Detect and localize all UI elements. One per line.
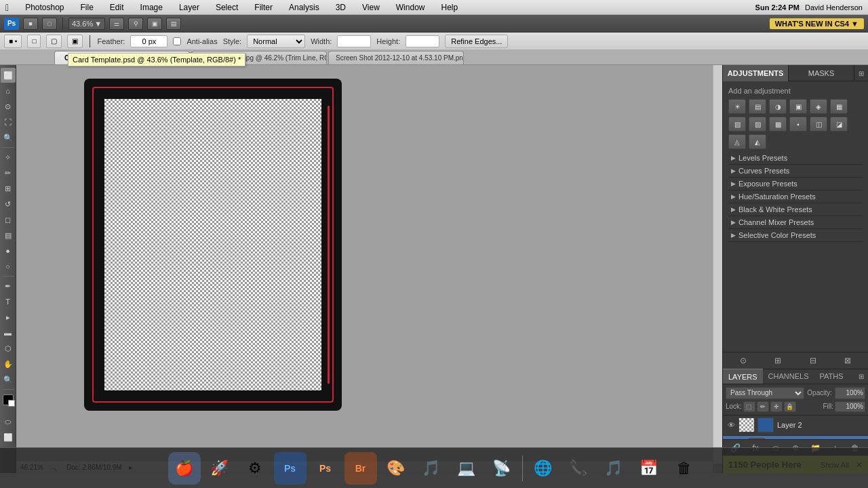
- menu-layer[interactable]: Layer: [176, 3, 202, 12]
- dock-ps-ext[interactable]: Ps: [309, 452, 342, 485]
- tool-text[interactable]: T: [1, 294, 16, 309]
- dock-photoshop2[interactable]: Ps: [274, 452, 307, 485]
- dock-calendar[interactable]: 📅: [633, 452, 665, 485]
- dock-bridge[interactable]: Br: [344, 452, 377, 485]
- adj-icon-curves[interactable]: ◑: [769, 99, 787, 114]
- foreground-color[interactable]: [3, 394, 14, 405]
- adj-action-1[interactable]: ⊙: [736, 354, 750, 367]
- adj-icon-gradient-map[interactable]: ◬: [728, 134, 746, 149]
- menu-window[interactable]: Window: [393, 3, 428, 12]
- tool-pen[interactable]: ✒: [1, 279, 16, 293]
- tool-crop[interactable]: ⛶: [1, 115, 16, 129]
- preset-exposure[interactable]: ▶ Exposure Presets: [728, 178, 863, 190]
- blend-mode-select[interactable]: Pass Through Normal Multiply: [726, 387, 804, 399]
- tool-eraser[interactable]: ◻: [1, 212, 16, 227]
- intersect-selection-btn[interactable]: ▣: [67, 35, 83, 48]
- menu-analysis[interactable]: Analysis: [286, 3, 322, 12]
- opacity-input[interactable]: [835, 387, 865, 399]
- menu-help[interactable]: Help: [438, 3, 460, 12]
- tool-path-select[interactable]: ▸: [1, 310, 16, 325]
- tab-paths[interactable]: PATHS: [814, 369, 849, 384]
- dock-trash[interactable]: 🗑: [668, 452, 701, 485]
- adj-icon-hue[interactable]: ▦: [830, 99, 848, 114]
- adj-icon-bw[interactable]: ▧: [728, 117, 746, 131]
- preset-bw[interactable]: ▶ Black & White Presets: [728, 203, 863, 216]
- menu-select[interactable]: Select: [213, 3, 241, 12]
- dock-launchpad[interactable]: 🚀: [203, 452, 236, 485]
- preset-channel[interactable]: ▶ Channel Mixer Presets: [728, 216, 863, 229]
- adj-icon-invert[interactable]: ▪: [789, 117, 807, 131]
- lock-position[interactable]: ✛: [770, 401, 783, 412]
- tool-marquee[interactable]: ⬜: [1, 68, 16, 83]
- adj-panel-menu-btn[interactable]: ⊞: [854, 65, 868, 81]
- tool-quick-select[interactable]: ⊙: [1, 99, 16, 114]
- add-selection-btn[interactable]: □: [27, 35, 41, 48]
- lock-transparent[interactable]: ⬚: [743, 401, 755, 412]
- tool-spot-heal[interactable]: ✧: [1, 150, 16, 165]
- adj-icon-channelmix[interactable]: ▩: [769, 117, 787, 131]
- lock-image[interactable]: ✏: [757, 401, 769, 412]
- width-input[interactable]: [337, 35, 371, 47]
- workspace-btn[interactable]: □: [42, 18, 57, 30]
- preset-levels[interactable]: ▶ Levels Presets: [728, 152, 863, 165]
- vertical-scrollbar[interactable]: [713, 65, 722, 464]
- dock-chrome[interactable]: 🌐: [527, 452, 559, 485]
- menu-photoshop[interactable]: Photoshop: [22, 3, 66, 12]
- anti-alias-checkbox[interactable]: [173, 37, 181, 45]
- adj-action-2[interactable]: ⊞: [771, 354, 785, 367]
- tool-blur[interactable]: ●: [1, 243, 16, 258]
- feather-input[interactable]: [130, 35, 167, 47]
- style-select[interactable]: Normal Fixed Ratio Fixed Size: [247, 35, 305, 48]
- adj-icon-selective-color[interactable]: ◭: [749, 134, 766, 149]
- tab-layers[interactable]: LAYERS: [723, 369, 763, 384]
- adj-icon-photofilter[interactable]: ▨: [749, 117, 766, 131]
- tab-adjustments[interactable]: ADJUSTMENTS: [723, 65, 789, 81]
- height-input[interactable]: [406, 35, 439, 47]
- hand-tool-btn[interactable]: ⚌: [109, 18, 124, 30]
- adj-icon-threshold[interactable]: ◪: [830, 117, 848, 131]
- dock-safari[interactable]: ⚙: [239, 452, 271, 485]
- adj-action-3[interactable]: ⊟: [806, 354, 820, 367]
- tab-3[interactable]: Screen Shot 2012-12-10 at 4.53.10 PM.png…: [328, 51, 464, 64]
- adj-icon-exposure[interactable]: ▣: [789, 99, 807, 114]
- subtract-selection-btn[interactable]: ▢: [46, 35, 62, 48]
- dock-terminal[interactable]: 💻: [450, 452, 483, 485]
- tool-dodge[interactable]: ○: [1, 259, 16, 274]
- tool-shape[interactable]: ▬: [1, 325, 16, 340]
- tool-eyedropper[interactable]: 🔍: [1, 130, 16, 145]
- lock-all[interactable]: 🔒: [784, 401, 796, 412]
- preset-curves[interactable]: ▶ Curves Presets: [728, 165, 863, 178]
- fill-input[interactable]: [835, 401, 865, 412]
- layer-item-layer2[interactable]: 👁 Layer 2: [723, 415, 868, 436]
- preset-hue[interactable]: ▶ Hue/Saturation Presets: [728, 190, 863, 203]
- tool-zoom[interactable]: 🔍: [1, 372, 16, 387]
- dock-finder[interactable]: 🍎: [168, 452, 201, 485]
- menu-filter[interactable]: Filter: [252, 3, 275, 12]
- extra-btn[interactable]: ▣: [147, 18, 162, 30]
- dock-colorsync[interactable]: 🎨: [380, 452, 412, 485]
- adj-icon-levels[interactable]: ▤: [749, 99, 766, 114]
- tab-channels[interactable]: CHANNELS: [763, 369, 814, 384]
- tool-3d[interactable]: ⬡: [1, 341, 16, 356]
- move-tool-btn[interactable]: ■: [23, 18, 38, 30]
- zoom-tool-btn[interactable]: ⚲: [128, 18, 143, 30]
- selection-mode-btn[interactable]: ■ ▪: [4, 35, 22, 48]
- menu-view[interactable]: View: [359, 3, 382, 12]
- tool-screen-mode[interactable]: ⬜: [1, 430, 16, 445]
- adj-icon-brightness[interactable]: ☀: [728, 99, 746, 114]
- canvas-area[interactable]: 46.21% 🔍 Doc: 2.86M/10.9M ▸: [16, 65, 722, 473]
- tool-mask[interactable]: ⬭: [1, 414, 16, 429]
- tool-brush[interactable]: ✏: [1, 165, 16, 180]
- refine-edges-btn[interactable]: Refine Edges...: [445, 35, 508, 48]
- dock-network[interactable]: 📡: [486, 452, 518, 485]
- preset-selective[interactable]: ▶ Selective Color Presets: [728, 229, 863, 242]
- layers-panel-collapse[interactable]: ⊞: [854, 369, 868, 384]
- adj-icon-posterize[interactable]: ◫: [810, 117, 827, 131]
- tool-hand[interactable]: ✋: [1, 357, 16, 371]
- tool-gradient[interactable]: ▤: [1, 228, 16, 243]
- whats-new-btn[interactable]: WHAT'S NEW IN CS4 ▼: [770, 18, 864, 29]
- menu-3d[interactable]: 3D: [333, 3, 349, 12]
- dock-itunes[interactable]: 🎵: [597, 452, 630, 485]
- adj-action-4[interactable]: ⊠: [841, 354, 854, 367]
- extra-btn2[interactable]: ▤: [166, 18, 181, 30]
